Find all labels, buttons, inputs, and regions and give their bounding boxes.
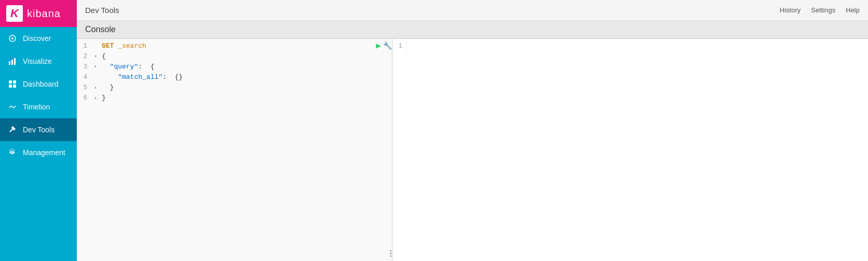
line-gutter-5: ▴ xyxy=(91,83,100,93)
url-search: _search xyxy=(118,42,146,50)
svg-rect-7 xyxy=(9,85,12,88)
line-gutter-2: ▾ xyxy=(91,51,100,62)
line-number-6: 6 xyxy=(77,93,91,103)
timelion-icon xyxy=(7,102,18,112)
line-number-3: 3 xyxy=(77,62,91,72)
line-gutter-3: ▾ xyxy=(91,62,100,72)
code-line-3: 3 ▾ "query": { xyxy=(77,62,392,72)
discover-icon xyxy=(7,33,18,44)
visualize-icon xyxy=(7,56,18,66)
help-button[interactable]: Help xyxy=(846,6,860,14)
sidebar-item-visualize[interactable]: Visualize xyxy=(0,50,77,73)
svg-rect-8 xyxy=(13,85,16,88)
svg-rect-2 xyxy=(9,61,10,65)
play-button[interactable]: ▶ xyxy=(376,42,381,50)
line-gutter-6: ▴ xyxy=(91,93,100,103)
svg-rect-5 xyxy=(9,80,12,84)
topbar: Dev Tools History Settings Help xyxy=(77,0,868,21)
svg-rect-6 xyxy=(13,80,16,84)
line-number-2: 2 xyxy=(77,51,91,62)
timelion-label: Timelion xyxy=(23,103,50,111)
line-content-6: } xyxy=(100,93,392,103)
line-number-1: 1 xyxy=(77,41,91,51)
output-line-number-1: 1 xyxy=(392,41,407,51)
console-title: Console xyxy=(85,25,116,34)
svg-rect-4 xyxy=(14,58,16,65)
kibana-logo-text: kibana xyxy=(27,8,61,20)
code-line-6: 6 ▴ } xyxy=(77,93,392,103)
left-editor-panel: 1 GET _search ▶ 🔧 2 ▾ { 3 xyxy=(77,39,392,261)
line-number-4: 4 xyxy=(77,72,91,83)
divider-dot-2 xyxy=(390,253,391,254)
svg-point-1 xyxy=(11,37,13,39)
sidebar-item-discover[interactable]: Discover xyxy=(0,27,77,50)
line-content-2: { xyxy=(100,51,392,62)
dashboard-label: Dashboard xyxy=(23,80,59,88)
console-header: Console xyxy=(77,21,868,39)
visualize-label: Visualize xyxy=(23,57,52,65)
code-line-5: 5 ▴ } xyxy=(77,83,392,93)
page-title: Dev Tools xyxy=(85,6,119,15)
line-number-5: 5 xyxy=(77,83,91,93)
topbar-actions: History Settings Help xyxy=(780,6,860,14)
kibana-logo-k: K xyxy=(6,5,23,22)
sidebar: K kibana Discover Visualize xyxy=(0,0,77,261)
code-line-4: 4 "match_all": {} xyxy=(77,72,392,83)
divider-dot-1 xyxy=(390,250,391,252)
management-icon xyxy=(7,147,18,158)
sidebar-item-dashboard[interactable]: Dashboard xyxy=(0,73,77,95)
devtools-icon xyxy=(7,125,18,135)
line-content-1: GET _search xyxy=(100,41,372,51)
management-label: Management xyxy=(23,148,65,157)
output-line-1: 1 xyxy=(392,41,868,51)
code-line-1: 1 GET _search ▶ 🔧 xyxy=(77,41,392,51)
divider-dots xyxy=(390,250,391,257)
divider-dot-3 xyxy=(390,255,391,257)
line-content-5: } xyxy=(100,83,392,93)
sidebar-item-timelion[interactable]: Timelion xyxy=(0,95,77,118)
method-get: GET xyxy=(102,42,114,50)
code-editor[interactable]: 1 GET _search ▶ 🔧 2 ▾ { 3 xyxy=(77,39,392,261)
discover-label: Discover xyxy=(23,34,51,43)
line-content-4: "match_all": {} xyxy=(100,72,392,83)
editor-area: 1 GET _search ▶ 🔧 2 ▾ { 3 xyxy=(77,39,868,261)
settings-button[interactable]: Settings xyxy=(811,6,835,14)
sidebar-item-devtools[interactable]: Dev Tools xyxy=(0,118,77,141)
main-content: Dev Tools History Settings Help Console … xyxy=(77,0,868,261)
line-content-3: "query": { xyxy=(100,62,392,72)
right-output-panel: 1 xyxy=(392,39,868,261)
history-button[interactable]: History xyxy=(780,6,801,14)
sidebar-item-management[interactable]: Management xyxy=(0,141,77,164)
code-line-2: 2 ▾ { xyxy=(77,51,392,62)
svg-rect-3 xyxy=(11,60,13,65)
kibana-logo[interactable]: K kibana xyxy=(0,0,77,27)
panel-divider-bottom[interactable] xyxy=(388,39,392,261)
dashboard-icon xyxy=(7,79,18,89)
devtools-label: Dev Tools xyxy=(23,126,55,134)
